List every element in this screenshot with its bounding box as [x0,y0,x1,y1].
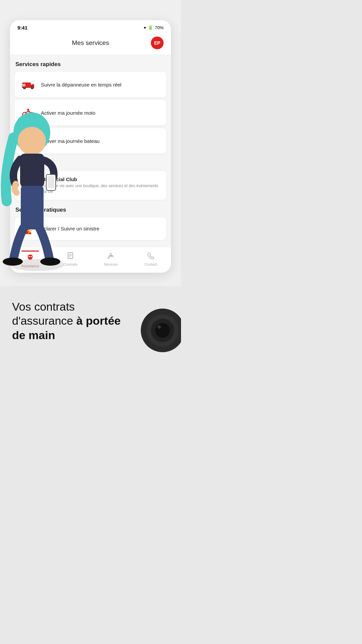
boat-icon [21,133,36,148]
services-rapides-list: Suivre la dépanneuse en temps réel [15,72,166,154]
nav-item-contact[interactable]: Contact [131,252,171,266]
discover-title: Découvrir [15,160,166,167]
battery-percent: 70% [155,25,164,30]
phone-card: 9:41 ▾ 🔋 70% Mes services EP Services ra… [10,20,171,273]
svg-point-37 [155,323,170,338]
svg-text:AIF: AIF [24,183,34,190]
svg-point-19 [27,109,29,111]
header-title: Mes services [30,39,151,47]
phone-area: 9:41 ▾ 🔋 70% Mes services EP Services ra… [0,0,181,286]
nav-contact-label: Contact [144,262,157,266]
discover-card-text: AIF Social Club Un lieu de vie avec une … [40,176,160,195]
nav-assistance-indicator [21,251,39,252]
nav-assistance-label: Assistance [21,264,39,268]
discover-card[interactable]: AIF AIF Social Club Un lieu de vie avec … [15,171,166,200]
svg-text:⚡: ⚡ [26,227,32,234]
service-card-tow-label: Suivre la dépanneuse en temps réel [41,82,121,88]
camera-decoration [141,309,181,352]
social-club-icon: AIF [21,178,36,193]
nav-contrats-label: Contrats [63,262,77,266]
service-card-tow[interactable]: Suivre la dépanneuse en temps réel [15,72,166,97]
svg-point-25 [28,256,30,257]
contact-icon [147,252,155,261]
svg-point-20 [27,137,29,138]
nav-item-services[interactable]: Services [90,252,131,266]
service-card-sinistre-label: Déclarer / Suivre un sinistre [38,226,99,231]
assistance-icon [26,254,34,263]
service-card-boat-label: Activer ma journée bateau [41,138,100,144]
page-wrapper: 9:41 ▾ 🔋 70% Mes services EP Services ra… [0,0,181,356]
status-icons: ▾ 🔋 70% [144,25,164,30]
svg-point-26 [31,256,32,257]
status-bar: 9:41 ▾ 🔋 70% [10,20,171,33]
bottom-text-area: Vos contratsd'assurance à portéede main [0,286,181,356]
svg-point-38 [158,325,161,329]
moto-icon [21,105,36,120]
svg-point-15 [32,87,33,89]
battery-icon: 🔋 [148,25,153,30]
nav-services-label: Services [104,262,118,266]
services-pratiques-title: Services pratiques [15,207,166,213]
svg-point-13 [24,87,25,89]
contrats-icon [67,252,74,261]
svg-rect-10 [22,84,25,87]
bottom-nav: Assistance Contrats [10,247,171,273]
nav-item-contrats[interactable]: Contrats [50,252,90,266]
status-time: 9:41 [17,25,27,31]
services-rapides-title: Services rapides [15,61,166,68]
tow-icon [21,77,36,92]
service-card-boat[interactable]: Activer ma journée bateau [15,128,166,154]
svg-point-32 [108,257,109,259]
wifi-icon: ▾ [144,25,146,30]
service-card-sinistre[interactable]: ⚡ Déclarer / Suivre un sinistre [15,217,166,240]
nav-item-assistance[interactable]: Assistance [10,251,50,268]
avatar[interactable]: EP [151,37,164,49]
service-card-moto[interactable]: Activer ma journée moto [15,100,166,125]
app-content: Services rapides [10,55,171,247]
discover-card-subtitle: Un lieu de vie avec une boutique, des se… [40,183,160,195]
discover-card-title: AIF Social Club [40,176,160,182]
service-card-moto-label: Activer ma journée moto [41,110,96,116]
app-header: Mes services EP [10,33,171,55]
sinistre-icon: ⚡ [21,223,33,235]
svg-point-33 [112,256,113,257]
services-icon [107,252,114,261]
